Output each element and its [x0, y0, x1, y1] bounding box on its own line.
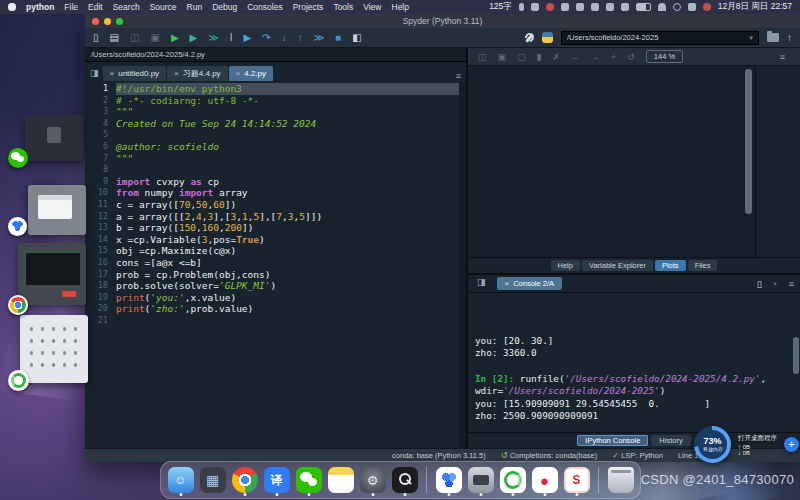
memory-ring-gauge[interactable]: 73% 释放内存	[694, 426, 731, 463]
keyboard-icon[interactable]	[531, 3, 539, 11]
next-plot-icon[interactable]: →	[591, 52, 600, 62]
dock-item-notes[interactable]	[327, 466, 354, 495]
widget-add-button[interactable]: +	[784, 437, 799, 452]
menu-item-search[interactable]: Search	[113, 2, 140, 12]
menu-item-consoles[interactable]: Consoles	[247, 2, 282, 12]
editor-tab-4.2.py[interactable]: ×4.2.py	[229, 66, 273, 81]
save-all-icon[interactable]: ▣	[150, 33, 159, 43]
input-method-indicator[interactable]: 125字	[489, 1, 512, 13]
window-thumbnail-wechat[interactable]	[25, 115, 83, 161]
dock-item-s-app[interactable]: S	[563, 466, 590, 495]
editor-tab-untitled0.py[interactable]: ×untitled0.py	[103, 66, 167, 81]
menu-clock[interactable]: 12月8日 周日 22:57	[718, 1, 792, 13]
remove-all-plots-icon[interactable]: ✗	[553, 52, 561, 62]
console-browse-tabs-icon[interactable]: ◨	[477, 277, 486, 287]
pane-tab-variable-explorer[interactable]: Variable Explorer	[582, 260, 653, 271]
run-cell-advance-icon[interactable]: ≫	[208, 33, 218, 43]
plots-scrollbar[interactable]	[745, 69, 752, 214]
menu-item-source[interactable]: Source	[150, 2, 177, 12]
close-tab-icon[interactable]: ×	[174, 69, 179, 78]
copy-plot-icon[interactable]: ▢	[517, 52, 526, 62]
display-split-icon[interactable]	[591, 3, 599, 11]
pane-tab-help[interactable]: Help	[551, 260, 580, 271]
open-file-icon[interactable]: ▤	[110, 33, 119, 43]
menu-item-help[interactable]: Help	[392, 2, 409, 12]
pane-tab-plots[interactable]: Plots	[655, 260, 686, 271]
run-cell-icon[interactable]: ▶	[190, 33, 198, 43]
console-tab-ipython-console[interactable]: IPython Console	[577, 435, 648, 446]
battery-icon[interactable]	[636, 3, 651, 11]
widget-title[interactable]: 打开桌面程序	[738, 434, 777, 443]
run-icon[interactable]: ▶	[171, 33, 179, 43]
conda-env-status[interactable]: conda: base (Python 3.11.5)	[392, 451, 486, 460]
menu-item-debug[interactable]: Debug	[212, 2, 237, 12]
close-tab-icon[interactable]: ×	[236, 69, 241, 78]
previous-plot-icon[interactable]: ←	[571, 52, 580, 62]
completions-status[interactable]: ↺ Completions: conda(base)	[501, 451, 597, 460]
dock-item-finder[interactable]: ☺	[167, 466, 194, 495]
step-over-icon[interactable]: ↷	[262, 33, 270, 43]
browse-directory-icon[interactable]	[767, 33, 779, 42]
lsp-status[interactable]: ✓ LSP: Python	[612, 451, 663, 460]
dock-item-translate[interactable]: 译	[263, 466, 290, 495]
ipython-console[interactable]: you: [20. 30.]zho: 3360.0 In [2]: runfil…	[468, 293, 800, 432]
wifi-icon[interactable]	[658, 3, 666, 11]
continue-icon[interactable]: ≫	[314, 33, 324, 43]
screen-mirror-icon[interactable]	[688, 3, 696, 11]
close-console-icon[interactable]: ×	[505, 279, 510, 288]
window-thumbnail-dialog[interactable]	[28, 185, 86, 235]
console-tab[interactable]: ×Console 2/A	[497, 277, 563, 290]
dock-item-netdisk[interactable]	[435, 466, 462, 495]
plots-options-icon[interactable]: ≡	[780, 52, 785, 62]
panes-icon[interactable]: ◧	[352, 33, 361, 43]
remove-plot-icon[interactable]: ▮	[537, 52, 542, 62]
menu-item-edit[interactable]: Edit	[88, 2, 103, 12]
browse-tabs-icon[interactable]: ◨	[90, 68, 99, 78]
python-env-icon[interactable]	[542, 32, 553, 43]
record-icon[interactable]	[546, 3, 554, 11]
airdrop-icon[interactable]	[561, 3, 569, 11]
run-selection-icon[interactable]: I	[230, 33, 233, 43]
new-console-icon[interactable]: ▯	[757, 279, 762, 289]
editor-options-icon[interactable]: ≡	[456, 71, 461, 81]
close-tab-icon[interactable]: ×	[110, 69, 115, 78]
console-scrollbar[interactable]	[793, 337, 799, 373]
stop-icon[interactable]: ■	[335, 33, 341, 43]
active-app-name[interactable]: python	[26, 2, 54, 12]
dock-item-red-apple[interactable]: ●	[531, 466, 558, 495]
dock-item-wechat[interactable]	[295, 466, 322, 495]
parent-directory-icon[interactable]: ↑	[787, 32, 792, 43]
window-icon[interactable]	[606, 3, 614, 11]
editor-tab-习题4.4.py[interactable]: ×习题4.4.py	[167, 66, 227, 81]
recording-dot-icon[interactable]	[703, 3, 711, 11]
mic-icon[interactable]	[519, 3, 524, 11]
save-all-plots-icon[interactable]: ▣	[498, 52, 507, 62]
save-icon[interactable]: ◫	[130, 33, 139, 43]
menu-item-projects[interactable]: Projects	[293, 2, 324, 12]
dock-item-keychain[interactable]	[391, 466, 418, 495]
dock-item-green-app[interactable]	[499, 466, 526, 495]
menu-item-run[interactable]: Run	[187, 2, 203, 12]
menu-item-file[interactable]: File	[64, 2, 78, 12]
menu-item-view[interactable]: View	[363, 2, 381, 12]
zoom-out-plot-icon[interactable]: ↺	[627, 52, 635, 62]
dock-item-launchpad[interactable]: ▦	[199, 466, 226, 495]
pane-tab-files[interactable]: Files	[688, 260, 718, 271]
bluetooth-icon[interactable]	[621, 3, 629, 11]
step-into-icon[interactable]: ↓	[282, 33, 287, 43]
preferences-wrench-icon[interactable]	[524, 33, 534, 43]
code-editor[interactable]: 1#!/usr/bin/env python32# -*- codiarng: …	[85, 81, 466, 448]
cloud-icon[interactable]	[576, 3, 584, 11]
new-file-icon[interactable]: ▯	[93, 33, 99, 43]
dock-item-screenshot[interactable]	[467, 466, 494, 495]
zoom-in-plot-icon[interactable]: +	[611, 52, 616, 62]
step-return-icon[interactable]: ↑	[298, 33, 303, 43]
window-thumbnail-grid[interactable]	[20, 315, 88, 383]
console-options-icon[interactable]: ≡	[789, 279, 794, 289]
dock-item-trash[interactable]	[607, 466, 634, 495]
working-directory-combo[interactable]: /Users/scofieldo/2024-2025▾	[561, 31, 759, 45]
save-plot-icon[interactable]: ◫	[478, 52, 487, 62]
dock-item-chrome[interactable]	[231, 466, 258, 495]
search-icon[interactable]	[673, 3, 681, 11]
apple-menu-icon[interactable]	[8, 3, 16, 11]
